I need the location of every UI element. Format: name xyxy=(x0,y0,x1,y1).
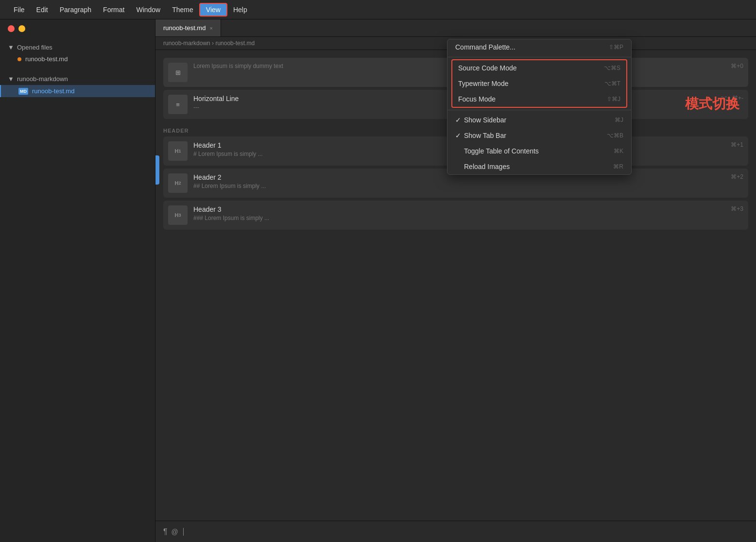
panel-header-2-shortcut: ⌘+2 xyxy=(731,173,743,180)
panel-icon-header-3: H3 xyxy=(168,205,188,225)
show-tab-bar-label: Show Tab Bar xyxy=(464,132,607,139)
panel-header-3-title: Header 3 xyxy=(193,205,725,213)
bottom-bar: ¶ @ xyxy=(155,521,756,542)
cursor-caret xyxy=(183,528,184,536)
group-arrow-icon: ▼ xyxy=(8,75,14,83)
at-cursor: @ xyxy=(172,528,178,536)
reload-images-shortcut: ⌘R xyxy=(613,163,623,170)
sidebar: ▼ Opened files runoob-test.md ▼ runoob-m… xyxy=(0,19,155,542)
show-sidebar-check: ✓ xyxy=(455,116,461,124)
toggle-toc-label: Toggle Table of Contents xyxy=(464,147,614,155)
main-layout: ▼ Opened files runoob-test.md ▼ runoob-m… xyxy=(0,19,756,542)
tab-bar: runoob-test.md × xyxy=(155,19,756,37)
dropdown-divider-1 xyxy=(447,57,631,57)
sidebar-group-file-active[interactable]: MD runoob-test.md xyxy=(0,85,155,97)
traffic-light-red[interactable] xyxy=(8,25,15,32)
show-tab-bar-check: ✓ xyxy=(455,132,461,139)
show-tab-bar-shortcut: ⌥⌘B xyxy=(607,132,623,139)
panel-icon-header-2: H2 xyxy=(168,173,188,193)
panel-icon-horizontal-line: ≡ xyxy=(168,95,188,114)
dropdown-focus-mode[interactable]: Focus Mode ⇧⌘J xyxy=(452,91,626,107)
sidebar-group-label: runoob-markdown xyxy=(17,75,68,83)
sidebar-group-title[interactable]: ▼ runoob-markdown xyxy=(0,73,155,85)
toggle-toc-shortcut: ⌘K xyxy=(614,148,623,154)
menubar: File Edit Paragraph Format Window Theme … xyxy=(0,0,756,19)
panel-icon-header-1: H1 xyxy=(168,141,188,161)
panel-header-3-shortcut: ⌘+3 xyxy=(731,205,743,212)
opened-files-label: Opened files xyxy=(17,44,52,51)
panel-lorem-shortcut: ⌘+0 xyxy=(731,63,743,69)
dropdown-menu: Command Palette... ⇧⌘P Source Code Mode … xyxy=(447,39,632,175)
panel-item-info-header-3: Header 3 ### Lorem Ipsum is simply ... xyxy=(193,205,725,221)
command-palette-label: Command Palette... xyxy=(455,43,515,51)
show-sidebar-shortcut: ⌘J xyxy=(615,117,623,123)
typewriter-mode-label: Typewriter Mode xyxy=(458,80,508,87)
panel-header-3-sub: ### Lorem Ipsum is simply ... xyxy=(193,215,725,221)
paragraph-icon: ¶ xyxy=(163,527,168,536)
sidebar-file-1-label: runoob-test.md xyxy=(25,55,68,63)
modified-dot xyxy=(17,57,21,61)
panel-icon-lorem: ⊞ xyxy=(168,63,188,82)
reload-images-label: Reload Images xyxy=(464,163,613,170)
focus-mode-shortcut: ⇧⌘J xyxy=(607,96,620,102)
typewriter-mode-shortcut: ⌥⌘T xyxy=(604,80,620,87)
sidebar-opened-files-title: ▼ Opened files xyxy=(0,42,155,53)
sidebar-opened-files-section: ▼ Opened files runoob-test.md xyxy=(0,38,155,69)
menu-format[interactable]: Format xyxy=(97,4,130,16)
dropdown-show-sidebar[interactable]: ✓ Show Sidebar ⌘J xyxy=(447,112,631,128)
dropdown-source-code-mode[interactable]: Source Code Mode ⌥⌘S xyxy=(452,60,626,76)
md-icon: MD xyxy=(18,88,28,95)
content-area: runoob-test.md × runoob-markdown › runoo… xyxy=(155,19,756,542)
panel-header-2-sub: ## Lorem Ipsum is simply ... xyxy=(193,183,725,189)
dropdown-divider-2 xyxy=(447,110,631,110)
panel-item-info-header-2: Header 2 ## Lorem Ipsum is simply ... xyxy=(193,173,725,189)
tab-runoob-test[interactable]: runoob-test.md × xyxy=(155,19,221,36)
breadcrumb-path: runoob-markdown › runoob-test.md xyxy=(163,40,255,47)
menu-paragraph[interactable]: Paragraph xyxy=(54,4,97,16)
menu-file[interactable]: File xyxy=(8,4,31,16)
tab-close-button[interactable]: × xyxy=(209,25,212,31)
menu-theme[interactable]: Theme xyxy=(166,4,199,16)
tab-label: runoob-test.md xyxy=(163,24,206,32)
left-bookmark xyxy=(155,155,159,185)
dropdown-toggle-toc[interactable]: ✓ Toggle Table of Contents ⌘K xyxy=(447,143,631,159)
arrow-icon: ▼ xyxy=(8,44,14,51)
source-code-mode-label: Source Code Mode xyxy=(458,64,517,72)
menu-edit[interactable]: Edit xyxy=(31,4,54,16)
dropdown-command-palette[interactable]: Command Palette... ⇧⌘P xyxy=(447,39,631,55)
sidebar-group-section: ▼ runoob-markdown MD runoob-test.md xyxy=(0,69,155,101)
command-palette-shortcut: ⇧⌘P xyxy=(609,44,623,51)
chinese-annotation: 模式切换 xyxy=(685,95,739,113)
dropdown-typewriter-mode[interactable]: Typewriter Mode ⌥⌘T xyxy=(452,76,626,91)
menu-window[interactable]: Window xyxy=(130,4,166,16)
panel-item-header-3[interactable]: H3 Header 3 ### Lorem Ipsum is simply ..… xyxy=(163,201,748,230)
dropdown-mode-box: Source Code Mode ⌥⌘S Typewriter Mode ⌥⌘T… xyxy=(451,59,627,108)
traffic-lights xyxy=(0,19,155,38)
menu-view[interactable]: View xyxy=(199,3,227,17)
sidebar-group-file-label: runoob-test.md xyxy=(32,87,74,95)
focus-mode-label: Focus Mode xyxy=(458,95,496,103)
sidebar-file-1[interactable]: runoob-test.md xyxy=(0,53,155,65)
dropdown-reload-images[interactable]: ✓ Reload Images ⌘R xyxy=(447,159,631,174)
dropdown-show-tab-bar[interactable]: ✓ Show Tab Bar ⌥⌘B xyxy=(447,128,631,143)
panel-header-1-shortcut: ⌘+1 xyxy=(731,141,743,148)
menu-help[interactable]: Help xyxy=(227,4,253,16)
traffic-light-yellow[interactable] xyxy=(18,25,25,32)
source-code-mode-shortcut: ⌥⌘S xyxy=(604,65,620,71)
show-sidebar-label: Show Sidebar xyxy=(464,116,615,124)
